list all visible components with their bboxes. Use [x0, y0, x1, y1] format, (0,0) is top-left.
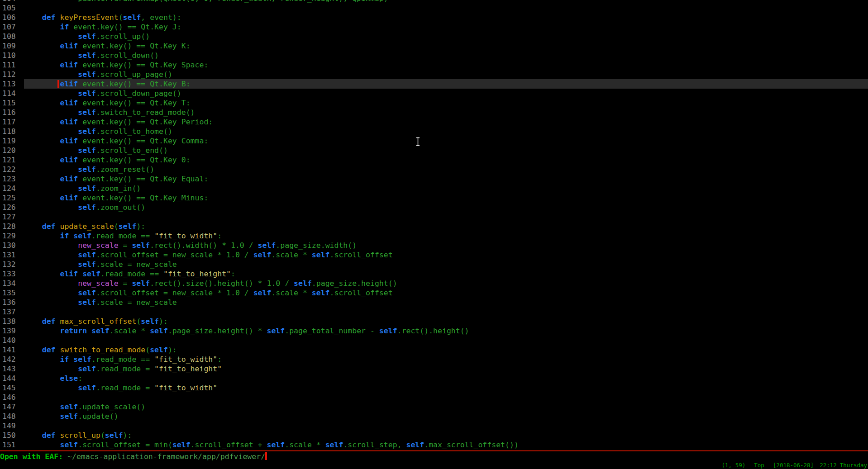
code-line[interactable]: 106 def keyPressEvent(self, event): — [0, 13, 868, 22]
line-number: 112 — [0, 70, 24, 79]
code-line[interactable]: 125 elif event.key() == Qt.Key_Minus: — [0, 193, 868, 203]
code-line[interactable]: 128 def update_scale(self): — [0, 222, 868, 231]
cursor-position: (1, 59) — [722, 462, 746, 469]
code-area[interactable]: 104 painter.drawPixmap(QRect(0, 0, rende… — [0, 0, 868, 450]
code-text: self.scroll_to_home() — [24, 127, 868, 136]
code-line[interactable]: 126 self.zoom_out() — [0, 203, 868, 212]
code-text: def max_scroll_offset(self): — [24, 317, 868, 326]
code-line[interactable]: 132 self.scale = new_scale — [0, 260, 868, 269]
code-text: self.scale = new_scale — [24, 260, 868, 269]
code-line[interactable]: 127 — [0, 212, 868, 222]
code-line[interactable]: 146 — [0, 393, 868, 402]
line-number: 111 — [0, 60, 24, 70]
code-text: self.scroll_offset = new_scale * 1.0 / s… — [24, 288, 868, 298]
code-line[interactable]: 116 self.switch_to_read_mode() — [0, 108, 868, 117]
line-number: 141 — [0, 345, 24, 355]
code-line[interactable]: 140 — [0, 336, 868, 345]
line-number: 116 — [0, 108, 24, 117]
minibuffer-input[interactable]: Open with EAF: ~/emacs-application-frame… — [0, 452, 267, 461]
code-line[interactable]: 138 def max_scroll_offset(self): — [0, 317, 868, 326]
code-line[interactable]: 107 if event.key() == Qt.Key_J: — [0, 22, 868, 32]
code-line[interactable]: 150 def scroll_up(self): — [0, 431, 868, 440]
line-number: 124 — [0, 184, 24, 193]
minibuffer-value: ~/emacs-application-framework/app/pdfvie… — [67, 452, 265, 461]
line-number: 126 — [0, 203, 24, 212]
code-text: self.scroll_up() — [24, 32, 868, 41]
code-text: self.zoom_reset() — [24, 165, 868, 174]
code-line[interactable]: 122 self.zoom_reset() — [0, 165, 868, 174]
code-line[interactable]: 151 self.scroll_offset = min(self.scroll… — [0, 440, 868, 450]
line-number: 121 — [0, 155, 24, 165]
line-number: 132 — [0, 260, 24, 269]
code-line[interactable]: 134 new_scale = self.rect().size().heigh… — [0, 279, 868, 288]
code-line[interactable]: 137 — [0, 307, 868, 317]
line-number: 138 — [0, 317, 24, 326]
line-number: 105 — [0, 3, 24, 13]
line-number: 129 — [0, 231, 24, 241]
code-line[interactable]: 119 elif event.key() == Qt.Key_Comma: — [0, 136, 868, 146]
line-number: 109 — [0, 41, 24, 51]
line-number: 104 — [0, 0, 24, 3]
code-line[interactable]: 148 self.update() — [0, 412, 868, 421]
code-text: elif event.key() == Qt.Key_Equal: — [24, 174, 868, 184]
code-line[interactable]: 142 if self.read_mode == "fit_to_width": — [0, 355, 868, 364]
line-number: 145 — [0, 383, 24, 393]
code-text: elif self.read_mode == "fit_to_height": — [24, 269, 868, 279]
code-line[interactable]: 131 self.scroll_offset = new_scale * 1.0… — [0, 250, 868, 260]
code-text: self.scroll_offset = min(self.scroll_off… — [24, 440, 868, 450]
code-line[interactable]: 123 elif event.key() == Qt.Key_Equal: — [0, 174, 868, 184]
code-text: elif event.key() == Qt.Key_Period: — [24, 117, 868, 127]
code-line-highlighted[interactable]: 113 elif event.key() == Qt.Key_B: — [0, 79, 868, 89]
code-text: new_scale = self.rect().size().height() … — [24, 279, 868, 288]
code-line[interactable]: 135 self.scroll_offset = new_scale * 1.0… — [0, 288, 868, 298]
time-badge: 22:12 — [820, 462, 837, 469]
code-line[interactable]: 130 new_scale = self.rect().width() * 1.… — [0, 241, 868, 250]
line-number: 120 — [0, 146, 24, 155]
code-line[interactable]: 149 — [0, 421, 868, 431]
line-number: 119 — [0, 136, 24, 146]
code-line[interactable]: 133 elif self.read_mode == "fit_to_heigh… — [0, 269, 868, 279]
code-line[interactable]: 124 self.zoom_in() — [0, 184, 868, 193]
text-cursor — [57, 80, 59, 88]
line-number: 133 — [0, 269, 24, 279]
code-line[interactable]: 111 elif event.key() == Qt.Key_Space: — [0, 60, 868, 70]
code-line[interactable]: 108 self.scroll_up() — [0, 32, 868, 41]
line-number: 130 — [0, 241, 24, 250]
code-line[interactable]: 144 else: — [0, 374, 868, 383]
line-number: 128 — [0, 222, 24, 231]
code-line[interactable]: 117 elif event.key() == Qt.Key_Period: — [0, 117, 868, 127]
code-text — [24, 307, 868, 317]
code-text: self.scroll_down() — [24, 51, 868, 60]
code-text — [24, 336, 868, 345]
code-line[interactable]: 141 def switch_to_read_mode(self): — [0, 345, 868, 355]
code-line[interactable]: 143 self.read_mode = "fit_to_height" — [0, 364, 868, 374]
code-line[interactable]: 129 if self.read_mode == "fit_to_width": — [0, 231, 868, 241]
code-line[interactable]: 110 self.scroll_down() — [0, 51, 868, 60]
code-text: return self.scale * self.page_size.heigh… — [24, 326, 868, 336]
code-text: self.scroll_up_page() — [24, 70, 868, 79]
code-text: elif event.key() == Qt.Key_B: — [24, 79, 868, 89]
code-line[interactable]: 104 painter.drawPixmap(QRect(0, 0, rende… — [0, 0, 868, 3]
code-line[interactable]: 120 self.scroll_to_end() — [0, 146, 868, 155]
code-text: self.update() — [24, 412, 868, 421]
line-number: 131 — [0, 250, 24, 260]
code-line[interactable]: 139 return self.scale * self.page_size.h… — [0, 326, 868, 336]
code-line[interactable]: 147 self.update_scale() — [0, 402, 868, 412]
code-line[interactable]: 121 elif event.key() == Qt.Key_0: — [0, 155, 868, 165]
scroll-position: Top — [754, 462, 764, 469]
code-text: elif event.key() == Qt.Key_Comma: — [24, 136, 868, 146]
code-line[interactable]: 109 elif event.key() == Qt.Key_K: — [0, 41, 868, 51]
code-line[interactable]: 112 self.scroll_up_page() — [0, 70, 868, 79]
code-line[interactable]: 105 — [0, 3, 868, 13]
code-text: elif event.key() == Qt.Key_K: — [24, 41, 868, 51]
code-line[interactable]: 145 self.read_mode = "fit_to_width" — [0, 383, 868, 393]
code-line[interactable]: 136 self.scale = new_scale — [0, 298, 868, 307]
line-number: 114 — [0, 89, 24, 98]
line-number: 151 — [0, 440, 24, 450]
line-number: 117 — [0, 117, 24, 127]
code-line[interactable]: 115 elif event.key() == Qt.Key_T: — [0, 98, 868, 108]
code-text: def keyPressEvent(self, event): — [24, 13, 868, 22]
code-line[interactable]: 114 self.scroll_down_page() — [0, 89, 868, 98]
code-line[interactable]: 118 self.scroll_to_home() — [0, 127, 868, 136]
code-text — [24, 3, 868, 13]
